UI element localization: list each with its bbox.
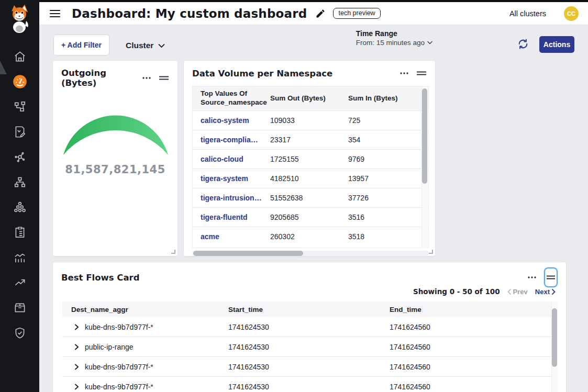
table-row[interactable]: kube-dns-9b7d977f-* 1741624530 174162456… [62,357,552,377]
namespace-link[interactable]: tigera-compliance [201,136,262,144]
vertical-scrollbar-thumb[interactable] [552,308,557,367]
sidebar-item-endpoints[interactable] [0,170,39,195]
sidebar-item-image-assurance[interactable] [0,295,39,320]
namespace-link[interactable]: tigera-system [201,174,262,183]
bar-line-chart-icon [13,251,27,264]
next-page-button[interactable]: Next [535,288,556,296]
dashboard-gauge-icon-active [13,74,27,89]
column-header-dest: Dest_name_aggr [62,306,228,313]
calico-cat-logo [7,4,31,33]
cluster-dropdown[interactable]: Cluster [126,38,165,53]
actions-button[interactable]: Actions [539,36,574,53]
more-options-icon[interactable] [527,272,537,283]
table-row[interactable]: kube-dns-9b7d977f-* 1741624530 174162456… [62,317,552,337]
sidebar-icon-list [0,44,39,345]
data-volume-card: Data Volume per Namespace Top Values Of … [183,60,436,256]
table-row: tigera-intrusion-d… 51552638 37726 [193,188,428,207]
namespace-link[interactable]: tigera-fluentd [201,213,262,221]
app-header: Dashboard: My custom dashboard tech prev… [39,2,588,25]
time-range-block: Time Range From: 15 minutes ago [356,29,432,47]
top-border-strip [0,0,588,2]
outgoing-bytes-card: Outgoing (Bytes) 81,587,821,145 [52,60,178,256]
sidebar-item-statistics[interactable] [0,245,39,270]
clipboard-icon [13,226,27,239]
column-header-sum-out: Sum Out (Bytes) [263,94,342,103]
home-icon [13,50,27,63]
sidebar-item-home[interactable] [0,44,39,69]
namespace-link[interactable]: acme [201,232,262,241]
time-range-label: Time Range [356,29,432,38]
chevron-left-icon [507,289,511,295]
row-expander-chevron-icon[interactable] [73,383,80,390]
all-clusters-selector[interactable]: All clusters [509,9,546,18]
sidebar-item-workloads[interactable] [0,195,39,220]
hamburger-menu-icon[interactable] [49,7,61,20]
chevron-down-icon [158,43,165,48]
prev-page-button[interactable]: Prev [507,288,528,296]
sidebar-item-compliance[interactable] [0,220,39,245]
card-resize-handle[interactable] [171,250,175,254]
document-edit-icon [13,125,27,139]
table-row: calico-system 109033 725 [193,110,428,130]
column-header-namespace: Top Values Of Source_namespace [193,89,263,107]
namespace-link[interactable]: calico-cloud [201,155,262,163]
gauge-arc [62,105,170,158]
sitemap-icon [13,175,27,189]
row-expander-chevron-icon[interactable] [73,363,80,371]
table-row: tigera-system 4182510 13957 [193,169,428,188]
tech-preview-badge: tech preview [333,8,380,19]
shield-check-icon [13,326,27,340]
table-row: tigera-compliance 23317 354 [193,130,428,149]
column-header-sum-in: Sum In (Bytes) [342,94,428,103]
table-row[interactable]: public-ip-range 1741624530 1741624560 [62,337,552,357]
table-row: acme 260302 3518 [193,227,428,246]
chevron-down-icon [427,41,432,44]
table-row: calico-cloud 1725155 9769 [193,149,428,169]
drag-handle-icon[interactable] [159,73,169,83]
trend-arrow-icon [13,276,27,289]
namespace-link[interactable]: calico-system [201,116,262,125]
row-expander-chevron-icon[interactable] [73,343,80,351]
more-options-icon[interactable] [399,68,409,79]
sidebar-item-dashboards[interactable] [0,69,39,94]
row-expander-chevron-icon[interactable] [73,323,80,331]
drag-handle-icon[interactable] [416,68,427,79]
chevron-right-icon [552,289,556,295]
namespace-link[interactable]: tigera-intrusion-d… [201,194,262,202]
table-row[interactable]: kube-dns-9b7d977f-* 1741624530 174162456… [62,377,552,392]
horizontal-scrollbar-track [192,251,429,256]
column-header-end: End_time [390,306,552,313]
package-box-icon [13,301,27,315]
horizontal-scrollbar-thumb[interactable] [193,251,303,256]
pagination: Showing 0 - 50 of 100 Prev Next [413,287,556,296]
refresh-icon[interactable] [517,38,529,50]
sidebar-item-security[interactable] [0,320,39,345]
vertical-scrollbar-thumb[interactable] [422,88,427,184]
card-resize-handle[interactable] [429,250,433,254]
column-header-start: Start_time [228,306,390,313]
flows-table-header: Dest_name_aggr Start_time End_time [62,301,552,317]
user-avatar[interactable]: CC [564,6,579,21]
namespace-table-header: Top Values Of Source_namespace Sum Out (… [193,86,428,110]
sidebar-item-policies[interactable] [0,119,39,144]
filter-toolbar: + Add Filter Cluster Time Range From: 15… [39,25,588,60]
sidebar-item-trends[interactable] [0,270,39,295]
service-graph-icon [13,100,27,114]
network-nodes-icon [13,150,27,164]
time-range-selector[interactable]: From: 15 minutes ago [356,39,432,47]
more-options-icon[interactable] [141,73,152,83]
card-title: Best Flows Card [61,273,527,283]
add-filter-button[interactable]: + Add Filter [53,35,109,55]
edit-pencil-icon[interactable] [315,8,326,19]
namespace-table: Top Values Of Source_namespace Sum Out (… [192,86,429,248]
pagination-status: Showing 0 - 50 of 100 [413,287,500,296]
cluster-dropdown-label: Cluster [126,41,153,50]
sidebar-item-flow-visualizations[interactable] [0,144,39,170]
sidebar-nav [0,0,39,392]
best-flows-card: Best Flows Card Showing 0 - 50 of 100 Pr… [52,262,567,392]
sidebar-item-service-graph[interactable] [0,94,39,119]
drag-handle-focused[interactable] [544,267,558,287]
gauge-value: 81,587,821,145 [53,163,177,176]
page-title: Dashboard: My custom dashboard [72,7,307,20]
cluster-circles-icon [13,200,27,214]
